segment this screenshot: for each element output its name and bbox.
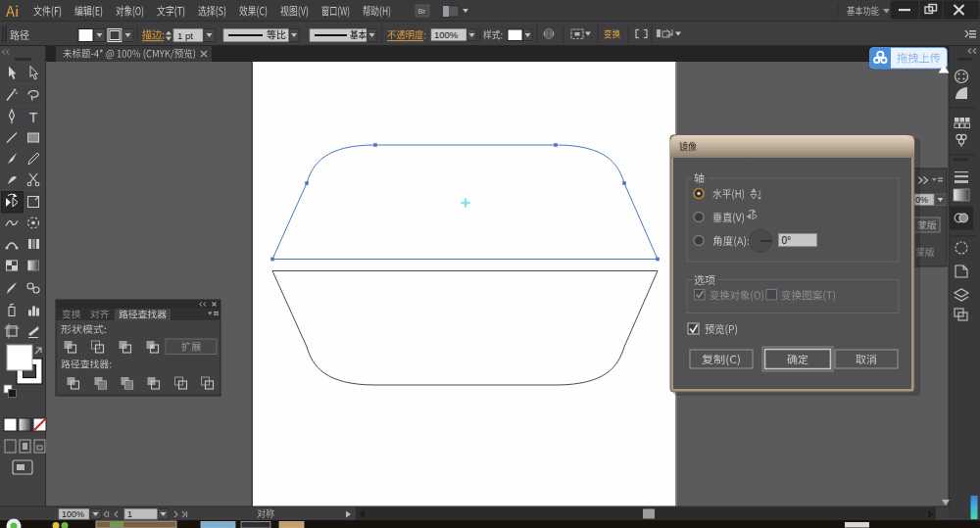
svg-text:T: T <box>29 110 38 125</box>
svg-text:1: 1 <box>127 509 132 519</box>
svg-text:Br: Br <box>418 7 426 16</box>
svg-text:100%: 100% <box>62 509 84 519</box>
svg-text:100%: 100% <box>434 29 459 40</box>
svg-text:1 pt: 1 pt <box>177 30 193 41</box>
svg-text:0°: 0° <box>782 235 792 246</box>
